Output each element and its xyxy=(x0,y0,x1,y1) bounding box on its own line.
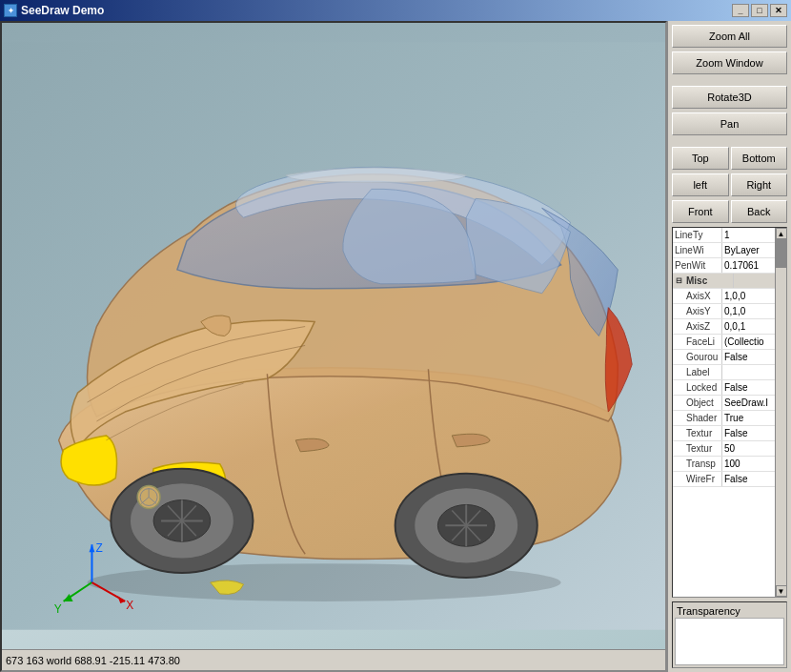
scroll-up-button[interactable]: ▲ xyxy=(776,228,787,239)
prop-row: AxisZ0,0,1 xyxy=(673,319,775,335)
prop-value: 50 xyxy=(722,441,775,456)
prop-value: SeeDraw.I xyxy=(722,396,775,410)
prop-row: ShaderTrue xyxy=(673,411,775,426)
app-title: SeeDraw Demo xyxy=(21,4,104,17)
back-button[interactable]: Back xyxy=(731,200,788,223)
car-model: Z Y X xyxy=(2,23,665,649)
prop-row: ObjectSeeDraw.I xyxy=(673,396,775,411)
prop-row: Transp100 xyxy=(673,457,775,472)
prop-row: WireFrFalse xyxy=(673,472,775,487)
left-button[interactable]: left xyxy=(672,173,729,196)
prop-value: 100 xyxy=(722,457,775,471)
prop-key: PenWit xyxy=(673,258,722,273)
right-panel: Zoom All Zoom Window Rotate3D Pan Top Bo… xyxy=(667,21,791,672)
zoom-all-button[interactable]: Zoom All xyxy=(672,25,787,48)
transparency-content xyxy=(675,618,784,665)
zoom-window-button[interactable]: Zoom Window xyxy=(672,51,787,74)
svg-text:Z: Z xyxy=(95,541,102,555)
prop-value: False xyxy=(722,426,775,440)
prop-expand-icon[interactable]: ⊟ xyxy=(673,274,684,288)
prop-row[interactable]: ⊟Misc xyxy=(673,274,775,289)
prop-key: Textur xyxy=(673,426,722,440)
props-container: LineTy1LineWiByLayerPenWit0.17061⊟MiscAx… xyxy=(673,228,786,597)
prop-key: Transp xyxy=(673,457,722,471)
prop-value: 0,1,0 xyxy=(722,304,775,318)
properties-panel: LineTy1LineWiByLayerPenWit0.17061⊟MiscAx… xyxy=(672,227,787,598)
statusbar-text: 673 163 world 688.91 -215.11 473.80 xyxy=(6,655,180,666)
prop-row: LineTy1 xyxy=(673,228,775,243)
titlebar-buttons: _ □ ✕ xyxy=(732,4,787,17)
prop-value: 0.17061 xyxy=(722,258,775,273)
prop-key: AxisZ xyxy=(673,319,722,334)
prop-key: Textur xyxy=(673,441,722,456)
app-icon: ✦ xyxy=(4,4,17,17)
prop-value: True xyxy=(722,411,775,425)
right-button[interactable]: Right xyxy=(731,173,788,196)
prop-key: AxisY xyxy=(673,304,722,318)
prop-key: Label xyxy=(673,365,722,379)
props-scrollbar[interactable]: ▲ ▼ xyxy=(775,228,786,597)
top-bottom-row: Top Bottom xyxy=(672,147,787,170)
statusbar: 673 163 world 688.91 -215.11 473.80 xyxy=(2,649,665,670)
viewport-panel: Z Y X 673 163 world 688.91 -215.11 473.8… xyxy=(0,21,667,672)
prop-key: Misc xyxy=(684,274,734,288)
prop-row: GourouFalse xyxy=(673,350,775,365)
left-right-row: left Right xyxy=(672,173,787,196)
transparency-label: Transparency xyxy=(675,604,742,618)
prop-value: False xyxy=(722,380,775,395)
prop-key: WireFr xyxy=(673,472,722,486)
prop-row: TexturFalse xyxy=(673,426,775,441)
prop-value: 1 xyxy=(722,228,775,242)
prop-row: FaceLi(Collectio xyxy=(673,335,775,350)
prop-row: Label xyxy=(673,365,775,380)
svg-text:X: X xyxy=(126,599,133,612)
prop-value: False xyxy=(722,350,775,364)
main-content: Z Y X 673 163 world 688.91 -215.11 473.8… xyxy=(0,21,791,672)
prop-row: PenWit0.17061 xyxy=(673,258,775,274)
top-button[interactable]: Top xyxy=(672,147,729,170)
prop-key: LineWi xyxy=(673,243,722,257)
front-button[interactable]: Front xyxy=(672,200,729,223)
prop-value: 0,0,1 xyxy=(722,319,775,334)
prop-row: AxisY0,1,0 xyxy=(673,304,775,319)
prop-key: Object xyxy=(673,396,722,410)
prop-key: FaceLi xyxy=(673,335,722,349)
prop-value: ByLayer xyxy=(722,243,775,257)
prop-row: LineWiByLayer xyxy=(673,243,775,258)
bottom-button[interactable]: Bottom xyxy=(731,147,788,170)
prop-key: AxisX xyxy=(673,289,722,303)
maximize-button[interactable]: □ xyxy=(751,4,768,17)
prop-value: (Collectio xyxy=(722,335,775,349)
prop-value: False xyxy=(722,472,775,486)
titlebar: ✦ SeeDraw Demo _ □ ✕ xyxy=(0,0,791,21)
prop-key: Shader xyxy=(673,411,722,425)
close-button[interactable]: ✕ xyxy=(770,4,787,17)
scroll-down-button[interactable]: ▼ xyxy=(776,585,787,597)
prop-row: AxisX1,0,0 xyxy=(673,289,775,304)
front-back-row: Front Back xyxy=(672,200,787,223)
titlebar-left: ✦ SeeDraw Demo xyxy=(4,4,104,17)
prop-key: Gourou xyxy=(673,350,722,364)
viewport-canvas[interactable]: Z Y X xyxy=(2,23,665,649)
prop-key: Locked xyxy=(673,380,722,395)
pan-button[interactable]: Pan xyxy=(672,112,787,135)
prop-value: 1,0,0 xyxy=(722,289,775,303)
transparency-panel: Transparency xyxy=(672,601,787,668)
svg-text:Y: Y xyxy=(54,602,62,616)
rotate3d-button[interactable]: Rotate3D xyxy=(672,86,787,109)
props-list: LineTy1LineWiByLayerPenWit0.17061⊟MiscAx… xyxy=(673,228,775,597)
prop-key: LineTy xyxy=(673,228,722,242)
prop-row: LockedFalse xyxy=(673,380,775,396)
prop-value xyxy=(722,365,775,379)
minimize-button[interactable]: _ xyxy=(732,4,749,17)
prop-row: Textur50 xyxy=(673,441,775,457)
